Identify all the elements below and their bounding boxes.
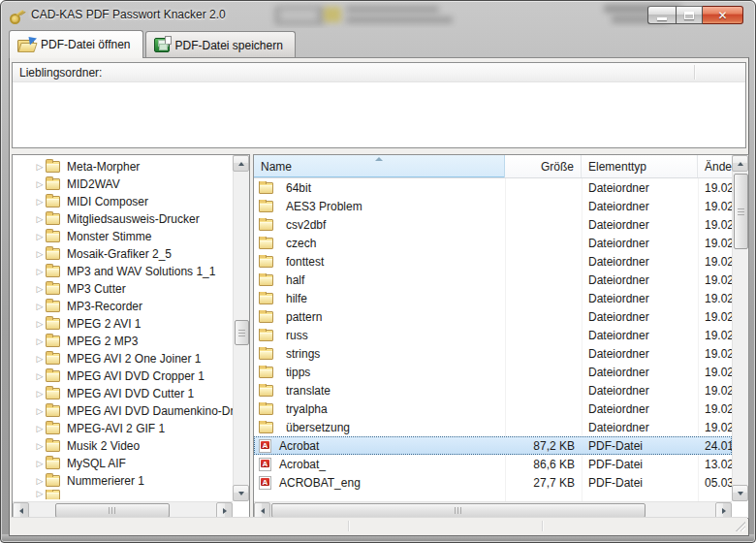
tree-item[interactable]: ▷ MPEG-AVI 2 GIF 1 bbox=[13, 420, 233, 437]
file-row[interactable]: tipps Dateiordner 19.02 bbox=[254, 363, 732, 381]
file-row[interactable]: czech Dateiordner 19.02 bbox=[254, 234, 732, 252]
resize-grip[interactable] bbox=[734, 520, 745, 531]
file-row[interactable]: AES3 Problem Dateiordner 19.02 bbox=[254, 197, 732, 215]
tree-item[interactable]: ▷ Mosaik-Grafiker 2_5 bbox=[13, 245, 233, 263]
file-name-cell: übersetzung bbox=[254, 421, 505, 434]
expand-arrow-icon[interactable]: ▷ bbox=[34, 425, 46, 433]
scroll-thumb[interactable] bbox=[235, 320, 249, 345]
expand-arrow-icon[interactable]: ▷ bbox=[34, 163, 46, 172]
column-header-type[interactable]: Elementtyp bbox=[582, 155, 698, 177]
file-date-cell: 05.03 bbox=[698, 476, 732, 490]
folder-tree-items: ▷ Meta-Morpher ▷ MID2WAV ▷ MIDI Composer… bbox=[13, 155, 233, 501]
column-header-modified[interactable]: Ände bbox=[698, 155, 732, 177]
tree-item[interactable]: ▷ MPEG 2 MP3 bbox=[13, 333, 233, 350]
file-name-cell: csv2dbf bbox=[254, 218, 505, 232]
file-row[interactable]: hilfe Dateiordner 19.02 bbox=[254, 289, 732, 307]
file-name-cell: pattern bbox=[254, 310, 505, 324]
expand-arrow-icon[interactable]: ▷ bbox=[34, 233, 46, 241]
file-type-cell: PDF-Datei bbox=[582, 439, 698, 453]
tree-item[interactable]: ▷ MPEG AVI DVD Cutter 1 bbox=[13, 385, 233, 402]
scroll-thumb[interactable] bbox=[271, 503, 646, 518]
tree-horizontal-scrollbar[interactable] bbox=[13, 501, 233, 518]
tree-item-label: MP3 and WAV Solutions 1_1 bbox=[67, 265, 215, 278]
tree-item[interactable]: ▷ MP3 and WAV Solutions 1_1 bbox=[13, 263, 233, 280]
file-row-selected[interactable]: Acrobat 87,2 KB PDF-Datei 24.01 bbox=[254, 436, 732, 455]
file-type-cell: PDF-Datei bbox=[582, 458, 698, 471]
tree-item-label: MPEG AVI DVD Cropper 1 bbox=[67, 369, 205, 383]
file-row[interactable]: csv2dbf Dateiordner 19.02 bbox=[254, 215, 732, 234]
file-name: hilfe bbox=[286, 292, 307, 305]
tree-item[interactable]: ▷ MIDI Composer bbox=[13, 193, 233, 210]
tree-item[interactable]: ▷ MP3 Cutter bbox=[13, 280, 233, 298]
favorites-header[interactable]: Lieblingsordner: bbox=[13, 63, 745, 82]
tree-item-partial[interactable]: ▷ bbox=[13, 490, 233, 499]
tree-item[interactable]: ▷ Mitgliedsausweis-Drucker bbox=[13, 210, 233, 228]
scroll-down-button[interactable] bbox=[233, 485, 249, 501]
expand-arrow-icon[interactable]: ▷ bbox=[34, 198, 46, 207]
expand-arrow-icon[interactable]: ▷ bbox=[34, 477, 46, 486]
file-date-cell: 19.02 bbox=[698, 384, 732, 398]
scroll-down-button[interactable] bbox=[732, 485, 748, 501]
tree-item[interactable]: ▷ MySQL AIF bbox=[13, 455, 233, 472]
title-bar[interactable]: CAD-KAS PDF Passwort Knacker 2.0 ✕ bbox=[1, 1, 755, 28]
expand-arrow-icon[interactable]: ▷ bbox=[34, 337, 46, 346]
tree-item[interactable]: ▷ Nummerierer 1 bbox=[13, 472, 233, 490]
folder-icon bbox=[46, 440, 60, 452]
expand-arrow-icon[interactable]: ▷ bbox=[34, 372, 46, 381]
favorites-list-empty[interactable] bbox=[13, 82, 745, 147]
tab-pdf-save[interactable]: PDF-Datei speichern bbox=[145, 31, 296, 58]
tree-item[interactable]: ▷ Meta-Morpher bbox=[13, 158, 233, 176]
expand-arrow-icon[interactable]: ▷ bbox=[34, 442, 46, 451]
tree-item[interactable]: ▷ MPEG AVI DVD Cropper 1 bbox=[13, 367, 233, 385]
tree-item[interactable]: ▷ MID2WAV bbox=[13, 176, 233, 193]
expand-arrow-icon[interactable]: ▷ bbox=[34, 250, 46, 259]
column-header-size[interactable]: Größe bbox=[505, 155, 582, 177]
tree-item[interactable]: ▷ Monster Stimme bbox=[13, 228, 233, 245]
tree-item[interactable]: ▷ MPEG AVI 2 One Joiner 1 bbox=[13, 350, 233, 367]
file-row[interactable]: übersetzung Dateiordner 19.02 bbox=[254, 418, 732, 436]
tree-item[interactable]: ▷ Musik 2 Video bbox=[13, 437, 233, 455]
file-row[interactable]: 64bit Dateiordner 19.02 bbox=[254, 178, 732, 197]
expand-arrow-icon[interactable]: ▷ bbox=[34, 285, 46, 294]
file-row[interactable]: ACROBAT_eng 27,7 KB PDF-Datei 05.03 bbox=[254, 473, 732, 492]
expand-arrow-icon[interactable]: ▷ bbox=[34, 490, 46, 498]
tree-item[interactable]: ▷ MP3-Recorder bbox=[13, 298, 233, 315]
expand-arrow-icon[interactable]: ▷ bbox=[34, 355, 46, 364]
tree-vertical-scrollbar[interactable] bbox=[233, 155, 249, 501]
tree-item[interactable]: ▷ MPEG 2 AVI 1 bbox=[13, 315, 233, 333]
file-type-cell: PDF-Datei bbox=[582, 476, 698, 490]
files-vertical-scrollbar[interactable] bbox=[732, 155, 748, 501]
expand-arrow-icon[interactable]: ▷ bbox=[34, 303, 46, 311]
maximize-button[interactable] bbox=[676, 6, 703, 24]
file-row[interactable]: Acrobat_ 86,6 KB PDF-Datei 13.02 bbox=[254, 455, 732, 473]
file-date-cell: 24.01 bbox=[698, 439, 732, 453]
expand-arrow-icon[interactable]: ▷ bbox=[34, 407, 46, 416]
tree-item[interactable]: ▷ MPEG AVI DVD Daumenkino-Dr bbox=[13, 402, 233, 420]
file-type-cell: Dateiordner bbox=[582, 181, 698, 195]
favorites-panel: Lieblingsordner: bbox=[12, 62, 746, 148]
scroll-thumb[interactable] bbox=[734, 174, 748, 249]
close-button[interactable]: ✕ bbox=[703, 6, 743, 24]
tab-pdf-open[interactable]: PDF-Datei öffnen bbox=[9, 30, 143, 58]
file-row[interactable]: fonttest Dateiordner 19.02 bbox=[254, 252, 732, 271]
files-horizontal-scrollbar[interactable] bbox=[254, 501, 732, 518]
folder-icon bbox=[46, 475, 60, 487]
file-row[interactable]: russ Dateiordner 19.02 bbox=[254, 326, 732, 344]
scroll-thumb[interactable] bbox=[55, 503, 170, 518]
file-row[interactable]: strings Dateiordner 19.02 bbox=[254, 344, 732, 363]
file-row[interactable]: tryalpha Dateiordner 19.02 bbox=[254, 399, 732, 418]
expand-arrow-icon[interactable]: ▷ bbox=[34, 390, 46, 399]
file-row[interactable]: translate Dateiordner 19.02 bbox=[254, 381, 732, 399]
file-row[interactable]: half Dateiordner 19.02 bbox=[254, 271, 732, 289]
scroll-up-button[interactable] bbox=[233, 155, 249, 172]
scroll-up-button[interactable] bbox=[732, 155, 748, 172]
expand-arrow-icon[interactable]: ▷ bbox=[34, 215, 46, 224]
file-row[interactable]: pattern Dateiordner 19.02 bbox=[254, 307, 732, 326]
minimize-button[interactable] bbox=[647, 6, 676, 24]
expand-arrow-icon[interactable]: ▷ bbox=[34, 268, 46, 276]
column-header-name[interactable]: Name bbox=[254, 155, 505, 177]
file-type-cell: Dateiordner bbox=[582, 366, 698, 379]
expand-arrow-icon[interactable]: ▷ bbox=[34, 320, 46, 329]
expand-arrow-icon[interactable]: ▷ bbox=[34, 460, 46, 468]
expand-arrow-icon[interactable]: ▷ bbox=[34, 180, 46, 189]
